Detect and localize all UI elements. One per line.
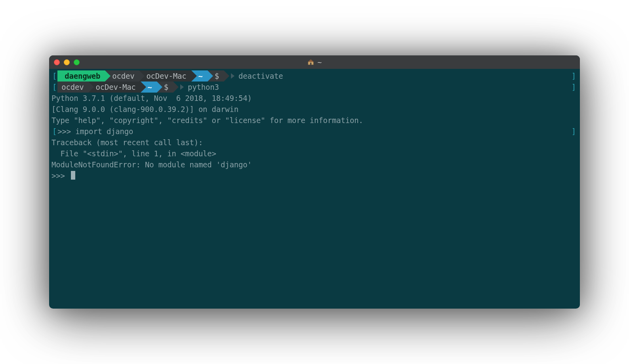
repl-prompt: >>> (57, 126, 75, 137)
terminal-window: ~ [ daengweb ocdev ocDev-Mac ~ $ deactiv… (49, 55, 580, 309)
bracket-open: [ (51, 82, 57, 93)
bracket-open: [ (51, 70, 57, 82)
arrow-icon (180, 84, 184, 90)
user-segment: ocdev (57, 82, 88, 93)
maximize-icon[interactable] (74, 59, 80, 65)
path-label: ~ (148, 82, 152, 93)
window-title: ~ (307, 58, 322, 66)
output-line: Type "help", "copyright", "credits" or "… (51, 115, 578, 126)
prompt-line-1: [ daengweb ocdev ocDev-Mac ~ $ deactivat… (51, 70, 578, 82)
terminal-body[interactable]: [ daengweb ocdev ocDev-Mac ~ $ deactivat… (49, 69, 580, 184)
host-label: ocDev-Mac (95, 82, 135, 93)
title-text: ~ (318, 58, 322, 66)
path-label: ~ (198, 70, 203, 82)
output-line: [Clang 9.0.0 (clang-900.0.39.2)] on darw… (51, 104, 578, 115)
traceback-line: ModuleNotFoundError: No module named 'dj… (51, 159, 578, 170)
home-icon (307, 59, 314, 66)
bracket-close: ] (572, 70, 578, 82)
bracket-open: [ (51, 126, 57, 137)
command-text: python3 (187, 82, 219, 93)
command-text: deactivate (238, 70, 283, 82)
traceback-line: File "<stdin>", line 1, in <module> (51, 148, 578, 159)
traceback-line: Traceback (most recent call last): (51, 137, 578, 148)
repl-input: import django (75, 126, 133, 137)
output-line: Python 3.7.1 (default, Nov 6 2018, 18:49… (51, 93, 578, 104)
symbol-label: $ (164, 82, 168, 93)
titlebar[interactable]: ~ (49, 55, 580, 69)
cursor-icon (71, 171, 75, 180)
host-segment: ocDev-Mac (88, 82, 140, 93)
host-label: ocDev-Mac (146, 70, 186, 82)
bracket-close: ] (572, 82, 578, 93)
host-segment: ocDev-Mac (139, 70, 191, 82)
close-icon[interactable] (54, 59, 60, 65)
repl-prompt: >>> (51, 170, 69, 181)
arrow-icon (231, 73, 234, 79)
venv-segment: daengweb (57, 70, 105, 82)
symbol-label: $ (215, 70, 219, 82)
traffic-lights (54, 59, 80, 65)
window-frame: ~ [ daengweb ocdev ocDev-Mac ~ $ deactiv… (49, 55, 580, 309)
bracket-close: ] (572, 126, 578, 137)
repl-line-1: [>>> import django ] (51, 126, 578, 137)
user-label: ocdev (61, 82, 84, 93)
minimize-icon[interactable] (64, 59, 70, 65)
prompt-line-2: [ ocdev ocDev-Mac ~ $ python3 ] (51, 82, 578, 93)
venv-label: daengweb (65, 70, 100, 82)
repl-line-2[interactable]: >>> (51, 170, 578, 181)
user-label: ocdev (112, 70, 134, 82)
